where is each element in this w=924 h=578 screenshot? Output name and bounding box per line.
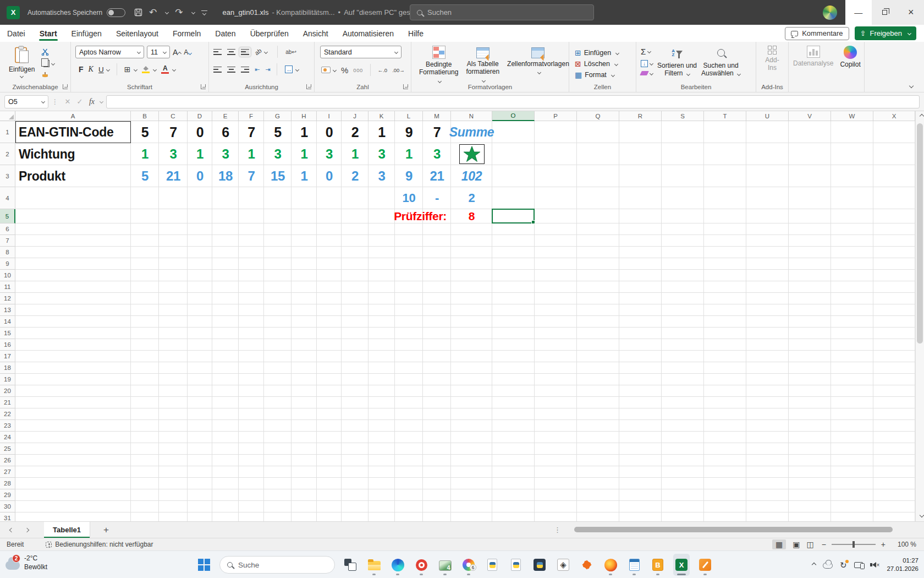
cell-M10[interactable] — [423, 270, 451, 281]
cell-M21[interactable] — [423, 397, 451, 408]
cell-N18[interactable] — [451, 362, 492, 374]
cell-G30[interactable] — [264, 501, 292, 512]
cell-A8[interactable] — [15, 247, 131, 258]
fill-button[interactable]: ↓ — [641, 60, 653, 67]
cell-C27[interactable] — [159, 466, 188, 478]
cell-value-M4[interactable]: - — [423, 187, 451, 209]
row-header-8[interactable]: 8 — [0, 247, 15, 258]
cell-R28[interactable] — [619, 478, 662, 489]
cell-X10[interactable] — [873, 270, 915, 281]
cell-value-J2[interactable]: 1 — [342, 143, 369, 165]
cell-E5[interactable] — [212, 209, 239, 223]
cell-C18[interactable] — [159, 362, 188, 374]
zoom-level[interactable]: 100 % — [891, 541, 916, 548]
cell-S12[interactable] — [662, 293, 704, 304]
cell-value-G1[interactable]: 5 — [264, 121, 292, 143]
cell-O16[interactable] — [492, 339, 535, 351]
cell-C24[interactable] — [159, 432, 188, 443]
cell-W13[interactable] — [831, 304, 873, 316]
col-header-E[interactable]: E — [212, 111, 239, 121]
cell-value-B2[interactable]: 1 — [131, 143, 159, 165]
cell-O4[interactable] — [492, 187, 535, 209]
cell-I5[interactable] — [317, 209, 342, 223]
cell-K17[interactable] — [369, 351, 395, 362]
cell-value-H3[interactable]: 1 — [292, 165, 317, 187]
cell-N10[interactable] — [451, 270, 492, 281]
cell-R6[interactable] — [619, 223, 662, 235]
alignment-dialog-launcher-icon[interactable] — [306, 84, 311, 89]
cell-H8[interactable] — [292, 247, 317, 258]
cell-N17[interactable] — [451, 351, 492, 362]
cell-value-F1[interactable]: 7 — [239, 121, 264, 143]
cell-N23[interactable] — [451, 420, 492, 432]
cell-I24[interactable] — [317, 432, 342, 443]
cell-O29[interactable] — [492, 489, 535, 501]
col-header-W[interactable]: W — [831, 111, 873, 121]
orientation-icon[interactable]: ab — [254, 47, 263, 57]
zoom-in-icon[interactable]: + — [881, 540, 886, 549]
cell-value-F3[interactable]: 7 — [239, 165, 264, 187]
cell-E4[interactable] — [212, 187, 239, 209]
cell-J16[interactable] — [342, 339, 369, 351]
cell-G29[interactable] — [264, 489, 292, 501]
cell-O8[interactable] — [492, 247, 535, 258]
cell-X7[interactable] — [873, 235, 915, 247]
cell-N30[interactable] — [451, 501, 492, 512]
cell-X3[interactable] — [873, 165, 915, 187]
cell-N21[interactable] — [451, 397, 492, 408]
cell-H12[interactable] — [292, 293, 317, 304]
cell-T17[interactable] — [704, 351, 746, 362]
cell-T4[interactable] — [704, 187, 746, 209]
cell-L18[interactable] — [395, 362, 423, 374]
cell-J13[interactable] — [342, 304, 369, 316]
cell-J20[interactable] — [342, 385, 369, 397]
cell-J4[interactable] — [342, 187, 369, 209]
row-header-28[interactable]: 28 — [0, 478, 15, 489]
cell-C15[interactable] — [159, 328, 188, 339]
cell-W2[interactable] — [831, 143, 873, 165]
cell-S2[interactable] — [662, 143, 704, 165]
cell-L10[interactable] — [395, 270, 423, 281]
cell-N7[interactable] — [451, 235, 492, 247]
cell-P30[interactable] — [535, 501, 577, 512]
cell-F29[interactable] — [239, 489, 264, 501]
cell-H15[interactable] — [292, 328, 317, 339]
cell-O24[interactable] — [492, 432, 535, 443]
cell-Q5[interactable] — [577, 209, 619, 223]
underline-button[interactable]: U — [98, 66, 104, 74]
autosum-button[interactable]: Σ — [641, 47, 653, 56]
cell-S23[interactable] — [662, 420, 704, 432]
cell-J10[interactable] — [342, 270, 369, 281]
cell-H6[interactable] — [292, 223, 317, 235]
cell-C26[interactable] — [159, 455, 188, 466]
cell-E30[interactable] — [212, 501, 239, 512]
data-analysis-button[interactable]: Datenanalyse — [793, 46, 833, 92]
cell-H10[interactable] — [292, 270, 317, 281]
cell-O30[interactable] — [492, 501, 535, 512]
cell-F19[interactable] — [239, 374, 264, 385]
cell-D30[interactable] — [188, 501, 212, 512]
cell-U10[interactable] — [746, 270, 789, 281]
prev-sheet-icon[interactable] — [9, 527, 14, 532]
cell-R20[interactable] — [619, 385, 662, 397]
add-sheet-icon[interactable]: + — [103, 525, 109, 536]
cell-X15[interactable] — [873, 328, 915, 339]
cell-Q16[interactable] — [577, 339, 619, 351]
cell-H25[interactable] — [292, 443, 317, 455]
cell-M27[interactable] — [423, 466, 451, 478]
cell-A19[interactable] — [15, 374, 131, 385]
cell-I8[interactable] — [317, 247, 342, 258]
row-header-29[interactable]: 29 — [0, 489, 15, 501]
cell-Q2[interactable] — [577, 143, 619, 165]
row-header-10[interactable]: 10 — [0, 270, 15, 281]
cell-J18[interactable] — [342, 362, 369, 374]
cell-X18[interactable] — [873, 362, 915, 374]
row-header-18[interactable]: 18 — [0, 362, 15, 374]
pen-app-button[interactable] — [697, 554, 713, 576]
row-header-1[interactable]: 1 — [0, 121, 15, 143]
cell-L12[interactable] — [395, 293, 423, 304]
undo-dropdown-icon[interactable] — [165, 10, 169, 14]
cell-S30[interactable] — [662, 501, 704, 512]
row-header-16[interactable]: 16 — [0, 339, 15, 351]
cell-J27[interactable] — [342, 466, 369, 478]
